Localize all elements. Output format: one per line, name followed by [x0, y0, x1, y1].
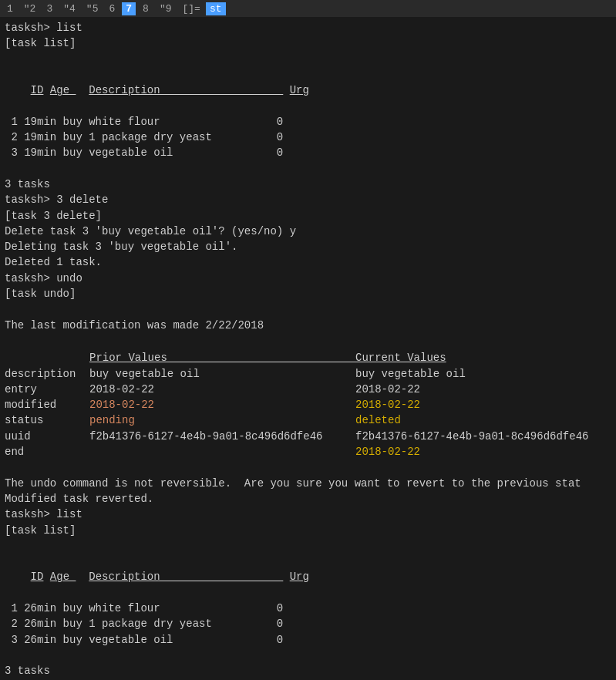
undo-label-description: description	[5, 366, 89, 382]
undo-header-row: Prior Values Current Values	[5, 350, 611, 365]
undo-current-end: 2018-02-22	[355, 444, 611, 460]
tab-4[interactable]: "4	[59, 2, 79, 15]
undo-current-header: Current Values	[355, 350, 611, 365]
line-bracket-1: [task list]	[5, 35, 611, 51]
undo-current-entry: 2018-02-22	[355, 382, 611, 397]
tab-bar: 1 "2 3 "4 "5 6 7 8 "9 []= st	[0, 0, 616, 17]
undo-current-status: deleted	[355, 412, 611, 428]
line-delete-confirm: Delete task 3 'buy vegetable oil'? (yes/…	[5, 224, 611, 239]
line-prompt-1: tasksh> list	[5, 20, 611, 35]
undo-prior-modified: 2018-02-22	[89, 397, 355, 412]
table-header-2: ID Age Description Urg	[5, 554, 611, 601]
col-urg-2: Urg	[290, 571, 309, 583]
undo-label-col	[5, 350, 89, 365]
line-prompt-2: tasksh> 3 delete	[5, 192, 611, 207]
undo-current-uuid: f2b41376-6127-4e4b-9a01-8c496d6dfe46	[355, 429, 611, 444]
task-row-4: 1 26min buy white flour 0	[5, 601, 611, 616]
line-reverted: Modified task reverted.	[5, 491, 611, 507]
undo-label-status: status	[5, 412, 89, 428]
tab-2[interactable]: "2	[20, 2, 40, 15]
task-row-3: 3 19min buy vegetable oil 0	[5, 145, 611, 160]
task-count-1: 3 tasks	[5, 177, 611, 192]
undo-label-entry: entry	[5, 382, 89, 397]
undo-prior-uuid: f2b41376-6127-4e4b-9a01-8c496d6dfe46	[89, 429, 355, 444]
line-bracket-4: [task list]	[5, 523, 611, 538]
undo-current-description: buy vegetable oil	[355, 366, 611, 382]
tab-8[interactable]: 8	[139, 2, 153, 15]
task-row-2: 2 19min buy 1 package dry yeast 0	[5, 130, 611, 145]
tab-5[interactable]: "5	[82, 2, 103, 15]
undo-prior-status: pending	[89, 412, 355, 428]
task-row-6: 3 26min buy vegetable oil 0	[5, 632, 611, 648]
undo-row-end: end 2018-02-22	[5, 444, 611, 460]
undo-prior-end	[89, 444, 355, 460]
undo-label-uuid: uuid	[5, 429, 89, 444]
terminal: tasksh> list [task list] ID Age Descript…	[0, 17, 616, 680]
undo-label-modified: modified	[5, 397, 89, 412]
line-prompt-3: tasksh> undo	[5, 271, 611, 286]
undo-current-modified: 2018-02-22	[355, 397, 611, 412]
undo-label-end: end	[5, 444, 89, 460]
tab-1[interactable]: 1	[3, 2, 17, 15]
tab-3[interactable]: 3	[42, 2, 56, 15]
col-age-2: Age	[50, 571, 76, 583]
undo-prior-entry: 2018-02-22	[89, 382, 355, 397]
tab-7[interactable]: 7	[122, 2, 136, 15]
tab-equals[interactable]: []=	[179, 2, 204, 15]
col-description-2: Description	[89, 571, 283, 583]
undo-prior-header: Prior Values	[89, 350, 355, 365]
col-age: Age	[50, 84, 76, 96]
line-bracket-2: [task 3 delete]	[5, 208, 611, 224]
line-deleted: Deleted 1 task.	[5, 254, 611, 270]
undo-row-modified: modified 2018-02-22 2018-02-22	[5, 397, 611, 412]
line-bracket-3: [task undo]	[5, 286, 611, 301]
col-id-2: ID	[31, 571, 44, 583]
line-last-mod: The last modification was made 2/22/2018	[5, 318, 611, 333]
undo-table: Prior Values Current Values description …	[5, 350, 611, 460]
col-description: Description	[89, 84, 283, 96]
undo-row-description: description buy vegetable oil buy vegeta…	[5, 366, 611, 382]
undo-row-entry: entry 2018-02-22 2018-02-22	[5, 382, 611, 397]
tab-9[interactable]: "9	[156, 2, 176, 15]
tab-6[interactable]: 6	[105, 2, 119, 15]
task-count-2: 3 tasks	[5, 663, 611, 678]
undo-prior-description: buy vegetable oil	[89, 366, 355, 382]
line-undo-warning: The undo command is not reversible. Are …	[5, 476, 611, 491]
line-prompt-4: tasksh> list	[5, 507, 611, 522]
undo-row-uuid: uuid f2b41376-6127-4e4b-9a01-8c496d6dfe4…	[5, 429, 611, 444]
task-row-5: 2 26min buy 1 package dry yeast 0	[5, 616, 611, 631]
undo-row-status: status pending deleted	[5, 412, 611, 428]
tab-st[interactable]: st	[206, 2, 226, 15]
col-id: ID	[31, 84, 44, 96]
task-row-1: 1 19min buy white flour 0	[5, 114, 611, 130]
line-deleting: Deleting task 3 'buy vegetable oil'.	[5, 239, 611, 254]
table-header-1: ID Age Description Urg	[5, 67, 611, 114]
col-urg: Urg	[290, 84, 309, 96]
